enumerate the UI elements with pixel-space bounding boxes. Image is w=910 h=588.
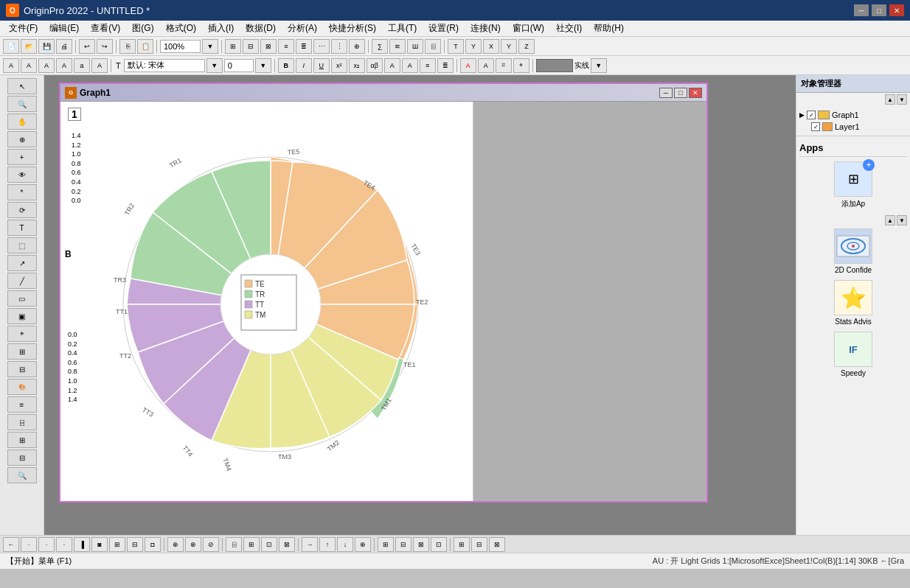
zoom-input[interactable] <box>160 40 201 53</box>
menu-tools[interactable]: 工具(T) <box>382 21 423 36</box>
bt-chart2[interactable]: ◙ <box>91 537 108 552</box>
bt-chart4[interactable]: ⊟ <box>127 537 143 552</box>
lt-label[interactable]: * <box>7 184 37 200</box>
menu-quick-analysis[interactable]: 快捷分析(S) <box>323 21 382 36</box>
graph-maximize[interactable]: □ <box>674 88 687 98</box>
tb-btn-b[interactable]: ⊟ <box>243 39 259 54</box>
bt-v2[interactable]: ↑ <box>319 537 336 552</box>
menu-edit[interactable]: 编辑(E) <box>44 21 85 36</box>
menu-social[interactable]: 社交(I) <box>550 21 588 36</box>
bt-chart5[interactable]: ◘ <box>145 537 161 552</box>
bt-chart1[interactable]: ▐ <box>74 537 90 552</box>
font-size-dropdown[interactable]: ▼ <box>255 58 271 73</box>
graph-minimize[interactable]: ─ <box>659 88 673 98</box>
bt-w1[interactable]: ⊞ <box>378 537 394 552</box>
menu-settings[interactable]: 设置(R) <box>423 21 465 36</box>
subscript-btn[interactable]: x₂ <box>349 58 365 73</box>
tb-btn-p[interactable]: Y <box>501 39 517 54</box>
line-dropdown[interactable]: ▼ <box>591 58 607 73</box>
superscript-btn[interactable]: x² <box>331 58 347 73</box>
minimize-button[interactable]: ─ <box>854 4 869 16</box>
menu-file[interactable]: 文件(F) <box>3 21 44 36</box>
fontA2[interactable]: A <box>402 58 418 73</box>
bt-dot1[interactable]: · <box>21 537 37 552</box>
bt-w2[interactable]: ⊟ <box>395 537 411 552</box>
bold-btn[interactable]: B <box>278 58 294 73</box>
bt-v3[interactable]: ↓ <box>337 537 353 552</box>
lt-misc2[interactable]: ⊞ <box>7 432 37 448</box>
apps-scroll-up[interactable]: ▲ <box>885 215 895 225</box>
tb-btn-h[interactable]: ⊕ <box>349 39 365 54</box>
menu-data[interactable]: 数据(D) <box>240 21 282 36</box>
lt-misc1[interactable]: ⌸ <box>7 414 37 430</box>
save-btn[interactable]: 💾 <box>38 39 55 54</box>
font-tb-6[interactable]: A <box>91 58 108 73</box>
lt-search[interactable]: 🔍 <box>7 467 37 483</box>
lt-add[interactable]: + <box>7 149 37 165</box>
lt-region[interactable]: ▭ <box>7 290 37 307</box>
lt-pan[interactable]: ✋ <box>7 113 37 130</box>
align-mid[interactable]: ≣ <box>437 58 454 73</box>
menu-connect[interactable]: 连接(N) <box>465 21 507 36</box>
lt-zoom[interactable]: 🔍 <box>7 96 37 112</box>
app-stats-icon[interactable]: ⭐ <box>834 280 872 315</box>
font-btn1[interactable]: ⌗ <box>496 58 512 73</box>
tb-btn-g[interactable]: ⋮ <box>331 39 347 54</box>
bt-u2[interactable]: ⊞ <box>243 537 260 552</box>
lt-misc3[interactable]: ⊟ <box>7 449 37 466</box>
font-tb-1[interactable]: A <box>3 58 19 73</box>
bt-u4[interactable]: ⊠ <box>279 537 295 552</box>
lt-eye[interactable]: 👁 <box>7 167 37 183</box>
add-apps-icon[interactable]: ⊞ + <box>834 161 872 197</box>
bt-line[interactable]: · <box>56 537 72 552</box>
bt-t1[interactable]: ⊕ <box>167 537 184 552</box>
bt-x2[interactable]: ⊟ <box>471 537 487 552</box>
font-tb-5[interactable]: a <box>74 58 90 73</box>
fontA1[interactable]: A <box>384 58 400 73</box>
menu-graph[interactable]: 图(G) <box>126 21 159 36</box>
bt-w4[interactable]: ⊡ <box>431 537 447 552</box>
lt-crosshair[interactable]: ⊕ <box>7 131 37 147</box>
menu-window[interactable]: 窗口(W) <box>507 21 550 36</box>
tb-btn-d[interactable]: ≡ <box>278 39 294 54</box>
tb-btn-q[interactable]: Z <box>518 39 535 54</box>
lt-text[interactable]: T <box>7 220 37 236</box>
lt-arrow[interactable]: ↗ <box>7 255 37 271</box>
obj-scroll-down[interactable]: ▼ <box>897 94 907 105</box>
bt-x3[interactable]: ⊠ <box>489 537 505 552</box>
tree-checkbox-layer1[interactable]: ✓ <box>811 122 820 131</box>
close-button[interactable]: ✕ <box>889 4 904 16</box>
bt-v1[interactable]: → <box>302 537 318 552</box>
bt-t3[interactable]: ⊘ <box>203 537 219 552</box>
tb-btn-f[interactable]: ⋯ <box>313 39 330 54</box>
alpha-btn[interactable]: αβ <box>367 58 383 73</box>
paste-btn[interactable]: 📋 <box>137 39 153 54</box>
tb-btn-k[interactable]: Ш <box>407 39 423 54</box>
font-tb-3[interactable]: A <box>38 58 55 73</box>
font-tb-4[interactable]: A <box>56 58 72 73</box>
app-2d-confide-icon[interactable] <box>834 228 872 264</box>
lt-palette[interactable]: ≡ <box>7 396 37 413</box>
bt-dot2[interactable]: · <box>38 537 55 552</box>
line-style[interactable] <box>536 59 573 72</box>
zoom-dropdown[interactable]: ▼ <box>202 39 218 54</box>
bt-v4[interactable]: ⊕ <box>355 537 371 552</box>
font-tb-2[interactable]: A <box>21 58 37 73</box>
tb-btn-a[interactable]: ⊞ <box>225 39 241 54</box>
bt-x1[interactable]: ⊞ <box>454 537 470 552</box>
tb-btn-c[interactable]: ⊠ <box>260 39 277 54</box>
tb-btn-m[interactable]: T <box>448 39 464 54</box>
font-color2[interactable]: A <box>478 58 494 73</box>
tb-btn-j[interactable]: ≋ <box>389 39 406 54</box>
bt-left-arrow[interactable]: ← <box>3 537 19 552</box>
lt-select[interactable]: ↖ <box>7 78 37 94</box>
bt-chart3[interactable]: ⊞ <box>109 537 125 552</box>
print-btn[interactable]: 🖨 <box>56 39 72 54</box>
copy-btn[interactable]: ⎘ <box>119 39 136 54</box>
menu-format[interactable]: 格式(O) <box>160 21 202 36</box>
underline-btn[interactable]: U <box>313 58 330 73</box>
undo-btn[interactable]: ↩ <box>79 39 95 54</box>
font-name-input[interactable] <box>124 59 205 72</box>
tb-btn-i[interactable]: ∑ <box>372 39 388 54</box>
app-speedy-icon[interactable]: IF <box>834 332 872 367</box>
